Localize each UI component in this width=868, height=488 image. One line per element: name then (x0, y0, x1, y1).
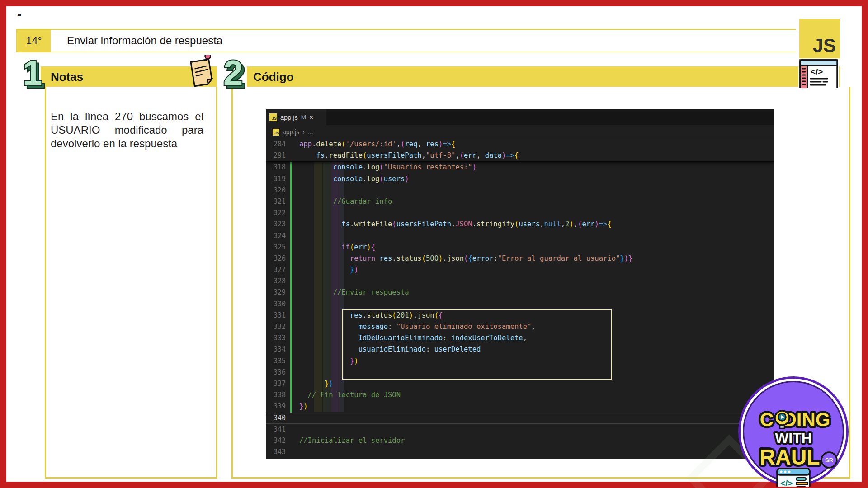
breadcrumb-file[interactable]: app.js (283, 128, 299, 136)
sticky-scroll-lines: 284app.delete('/users/:id',(req, res)=>{… (266, 139, 774, 162)
code-window-icon: </> (798, 58, 839, 89)
code-line[interactable]: 336 (266, 367, 774, 378)
code-text: }) (292, 378, 333, 389)
code-line[interactable]: 318 console.log("Usuarios restantes:") (266, 162, 774, 173)
code-text: res.status(201).json({ (292, 310, 443, 321)
sticky-note-icon (187, 55, 216, 90)
svg-text:WITH: WITH (775, 430, 812, 446)
code-text (292, 424, 299, 435)
code-line[interactable]: 322 (266, 207, 774, 219)
tab-appjs[interactable]: JS app.js M × (266, 109, 326, 125)
line-number: 329 (266, 287, 286, 298)
code-text (292, 367, 299, 378)
code-body[interactable]: 318 console.log("Usuarios restantes:")31… (266, 162, 774, 458)
code-line[interactable]: 343 (266, 446, 774, 458)
line-number: 323 (266, 219, 286, 230)
line-number: 330 (266, 299, 286, 310)
code-line[interactable]: 334 usuarioEliminado: userDeleted (266, 344, 774, 355)
sr-badge: SR (821, 452, 837, 468)
line-number: 333 (266, 333, 286, 344)
code-text: fs.writeFile(usersFilePath,JSON.stringif… (292, 219, 612, 230)
line-number: 322 (266, 207, 286, 219)
code-text: console.log("Usuarios restantes:") (292, 162, 476, 173)
code-text (292, 185, 299, 196)
line-number: 331 (266, 310, 286, 321)
code-line[interactable]: 333 IdDeUsuarioEliminado: indexUserToDel… (266, 333, 774, 344)
code-text (292, 230, 299, 242)
code-text: IdDeUsuarioEliminado: indexUserToDelete, (292, 333, 527, 344)
code-header-bar (247, 66, 840, 87)
code-line[interactable]: 326 return res.status(500).json({error:"… (266, 253, 774, 264)
code-text: return res.status(500).json({error:"Erro… (292, 253, 632, 264)
line-number: 284 (266, 139, 286, 150)
line-number: 341 (266, 424, 286, 435)
svg-text:</>: </> (780, 479, 793, 487)
code-text: usuarioEliminado: userDeleted (292, 344, 481, 355)
code-line[interactable]: 341 (266, 424, 774, 435)
code-line[interactable]: 329 //Enviar respuesta (266, 287, 774, 298)
close-icon[interactable]: × (309, 113, 313, 122)
code-text (292, 299, 299, 310)
code-text: if(err){ (292, 242, 375, 253)
svg-text:RAUL: RAUL (760, 445, 820, 469)
line-number: 338 (266, 389, 286, 401)
code-text: }) (292, 401, 308, 412)
svg-text:</>: </> (811, 67, 823, 76)
svg-text:2: 2 (223, 55, 243, 93)
code-text: message: "Usuario eliminado exitosamente… (292, 321, 536, 333)
code-line[interactable]: 338 // Fin lectura de JSON (266, 389, 774, 401)
code-text: console.log(users) (292, 174, 409, 185)
line-number: 320 (266, 185, 286, 196)
code-text: }) (292, 356, 359, 367)
slide: - 14° Enviar información de respuesta JS… (0, 0, 868, 488)
code-line[interactable]: 319 console.log(users) (266, 174, 774, 185)
notes-line: devolverlo en la respuesta (51, 137, 203, 150)
code-line[interactable]: 331 res.status(201).json({ (266, 310, 774, 321)
code-line[interactable]: 324 (266, 230, 774, 242)
code-text: }) (292, 264, 359, 276)
code-line[interactable]: 320 (266, 185, 774, 196)
js-file-icon: JS (269, 113, 277, 121)
code-text: fs.readFile(usersFilePath,"utf-8",(err, … (292, 150, 519, 161)
code-line[interactable]: 339}) (266, 401, 774, 412)
line-number: 324 (266, 230, 286, 242)
code-text: app.delete('/users/:id',(req, res)=>{ (292, 139, 455, 150)
code-line[interactable]: 330 (266, 299, 774, 310)
breadcrumb[interactable]: JS app.js › ... (266, 125, 774, 139)
line-number: 335 (266, 356, 286, 367)
code-text (292, 276, 299, 287)
svg-text:C: C (760, 409, 774, 430)
svg-text:SR: SR (825, 457, 834, 464)
javascript-logo: JS (799, 19, 840, 58)
code-line[interactable]: 284app.delete('/users/:id',(req, res)=>{ (266, 139, 774, 150)
line-number: 339 (266, 401, 286, 412)
code-line[interactable]: 340 (266, 413, 774, 424)
line-number: 321 (266, 196, 286, 207)
line-number: 334 (266, 344, 286, 355)
code-line[interactable]: 328 (266, 276, 774, 287)
line-number: 318 (266, 162, 286, 173)
breadcrumb-more[interactable]: ... (308, 128, 313, 136)
js-file-icon: JS (273, 129, 279, 136)
vscode-editor[interactable]: JS app.js M × JS app.js › ... 284app.del… (266, 109, 774, 459)
code-line[interactable]: 337 }) (266, 378, 774, 389)
code-text: //Inicializar el servidor (292, 435, 405, 446)
code-line[interactable]: 332 message: "Usuario eliminado exitosam… (266, 321, 774, 333)
code-window-icon: </> (777, 469, 810, 487)
code-line[interactable]: 325 if(err){ (266, 242, 774, 253)
line-number: 332 (266, 321, 286, 333)
line-number: 327 (266, 264, 286, 276)
code-text (292, 207, 299, 219)
line-number: 340 (266, 413, 286, 424)
code-line[interactable]: 327 }) (266, 264, 774, 276)
line-number: 326 (266, 253, 286, 264)
code-line[interactable]: 321 //Guardar info (266, 196, 774, 207)
code-line[interactable]: 335 }) (266, 356, 774, 367)
code-line[interactable]: 323 fs.writeFile(usersFilePath,JSON.stri… (266, 219, 774, 230)
number-1-icon: 1 1 (20, 55, 52, 96)
lesson-number: 14° (17, 30, 51, 52)
code-text: //Guardar info (292, 196, 392, 207)
line-number: 343 (266, 446, 286, 458)
code-line[interactable]: 342//Inicializar el servidor (266, 435, 774, 446)
code-line[interactable]: 291 fs.readFile(usersFilePath,"utf-8",(e… (266, 150, 774, 161)
